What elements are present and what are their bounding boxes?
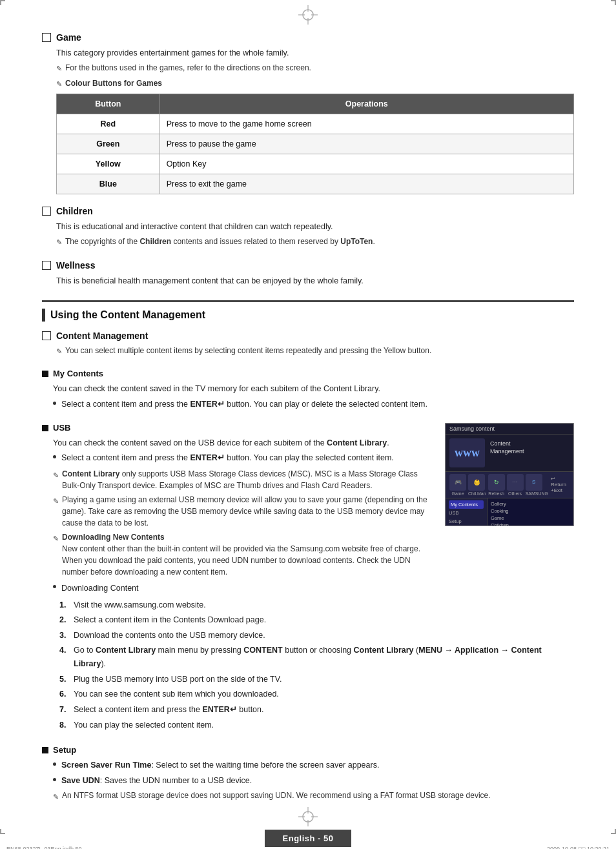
game-section: Game This category provides entertainmen… [42,32,574,194]
usb-bullet-text: Select a content item and press the ENTE… [61,451,394,465]
big-section-title: Using the Content Management [42,309,574,322]
usb-block: Samsung content www ContentManagement [42,423,574,734]
img-icon-game: 🎮 [449,474,466,491]
note2-icon: ✎ [56,79,62,90]
setup-bullet1-text: Screen Saver Run Time: Select to set the… [61,759,379,772]
usb-sq-icon [42,425,48,431]
enter-bold-my: ENTER↵ [190,400,224,409]
my-contents-block: My Contents You can check the content sa… [42,369,574,411]
step6-text: You can see the content sub item which y… [74,688,279,701]
step6: 6. You can see the content sub item whic… [59,688,574,701]
img-main-panel: Gallery Cooking Game Children Wellness [488,498,573,526]
usb-title-row: USB [42,423,436,433]
usb-bullet: Select a content item and press the ENTE… [53,451,436,465]
img-main-gallery: Gallery [491,500,570,507]
img-header: Samsung content [446,424,573,435]
ordered-list: 1. Visit the www.samsung.com website. 2.… [59,598,574,732]
note1-icon: ✎ [56,63,62,75]
my-contents-heading: My Contents [53,369,103,378]
content-mgmt-block: Content Management ✎ You can select mult… [42,331,574,358]
wellness-body: This is beneficial health management con… [56,274,574,287]
table-row: YellowOption Key [57,154,574,174]
content-mgmt-note: ✎ You can select multiple content items … [56,345,574,358]
img-icon-samsung: S [526,474,542,491]
usb-note1: ✎ Content Library only supports USB Mass… [53,468,436,491]
img-bottom-panel: My Contents USB Setup Gallery Cooking Ga… [446,498,573,526]
step7: 7. Select a content item and press the E… [59,703,574,717]
usb-bullet-dot [53,455,56,458]
usb-heading: USB [53,423,70,433]
downloading-bullet: Downloading Content [53,582,574,595]
game-title-row: Game [42,32,574,43]
wellness-desc: This is beneficial health management con… [56,274,574,287]
img-icon-game-label: Game [449,491,466,496]
table-cell-button: Yellow [57,154,160,174]
img-icon-others-label: Others [507,491,524,496]
children-note: ✎ The copyrights of the Children content… [56,236,574,249]
img-icons-row: 🎮 Game 👶 Chil.Man ↻ Refresh [446,471,573,498]
downloading-label: Downloading Content [61,582,139,595]
table-row: BluePress to exit the game [57,174,574,194]
step2-text: Select a content item in the Contents Do… [74,613,266,627]
sidebar-usb: USB [449,509,484,517]
children-note-text: The copyrights of the Children contents … [65,236,375,247]
my-contents-bullet-dot [53,402,56,405]
step3-text: Download the contents onto the USB memor… [74,629,265,642]
usb-note3-bold: Downloading New Contents [62,533,165,542]
usb-note1-icon: ✎ [53,469,59,481]
img-main-game: Game [491,515,570,522]
game-heading: Game [56,32,81,43]
img-content-mgmt-label: ContentManagement [490,440,524,456]
step5-text: Plug the USB memory into USB port on the… [74,673,282,686]
img-icon-refresh-label: Refresh [488,491,505,496]
children-note-icon: ✎ [56,237,62,249]
content-mgmt-title: Content Management [42,331,574,341]
downloading-section: Downloading Content 1. Visit the www.sam… [53,582,574,731]
children-bold1: Children [139,237,171,246]
my-contents-bullet-text: Select a content item and press the ENTE… [61,398,427,411]
img-main-children: Children [491,522,570,526]
step4-text: Go to Content Library main menu by press… [74,644,574,670]
img-icon-refresh: ↻ [488,474,505,491]
step3-num: 3. [59,629,74,642]
step8-text: You can play the selected content item. [74,719,214,732]
step4-bold3: Content Library [354,646,414,655]
table-cell-button: Green [57,134,160,154]
corner-mark-tr [611,0,616,5]
footer-label: English - 50 [265,830,352,847]
step2-num: 2. [59,613,74,627]
table-cell-operation: Press to exit the game [159,174,573,194]
img-header-label: Samsung content [449,425,495,432]
setup-screen-saver-bold: Screen Saver Run Time [61,761,151,770]
children-title-row: Children [42,206,574,216]
step4-bold1: Content Library [96,646,156,655]
img-sidebar: My Contents USB Setup [446,498,488,526]
my-contents-bullet: Select a content item and press the ENTE… [53,398,574,411]
col-button: Button [57,94,160,114]
big-section-heading: Using the Content Management [50,309,205,321]
table-cell-operation: Press to move to the game home screen [159,114,573,134]
game-desc: This category provides entertainment gam… [56,46,574,59]
usb-note3: ✎ Downloading New Contents New content o… [53,531,436,578]
setup-note: ✎ An NTFS format USB storage device does… [53,790,574,803]
children-desc: This is educational and interactive cont… [56,220,574,233]
corner-mark-tl [0,0,5,5]
table-cell-button: Red [57,114,160,134]
content-area: Game This category provides entertainmen… [0,0,616,849]
step7-text: Select a content item and press the ENTE… [74,703,264,717]
setup-body: Screen Saver Run Time: Select to set the… [53,759,574,803]
table-row: RedPress to move to the game home screen [57,114,574,134]
page-wrapper: Game This category provides entertainmen… [0,0,616,849]
step8: 8. You can play the selected content ite… [59,719,574,732]
step1-text: Visit the www.samsung.com website. [74,598,206,612]
step5-num: 5. [59,673,74,686]
bottom-meta: BN68-02327L-03Eng.indb 50 2009-10-08 □□ … [6,846,610,849]
content-mgmt-heading: Content Management [56,331,148,341]
usb-note3-icon: ✎ [53,533,59,544]
content-mgmt-note-text: You can select multiple content items by… [65,345,431,356]
content-mgmt-image: Samsung content www ContentManagement [445,423,574,526]
setup-title-row: Setup [42,745,574,755]
usb-note2-text: Playing a game using an external USB mem… [62,494,436,529]
tv-screenshot: Samsung content www ContentManagement [445,423,574,526]
table-cell-operation: Press to pause the game [159,134,573,154]
